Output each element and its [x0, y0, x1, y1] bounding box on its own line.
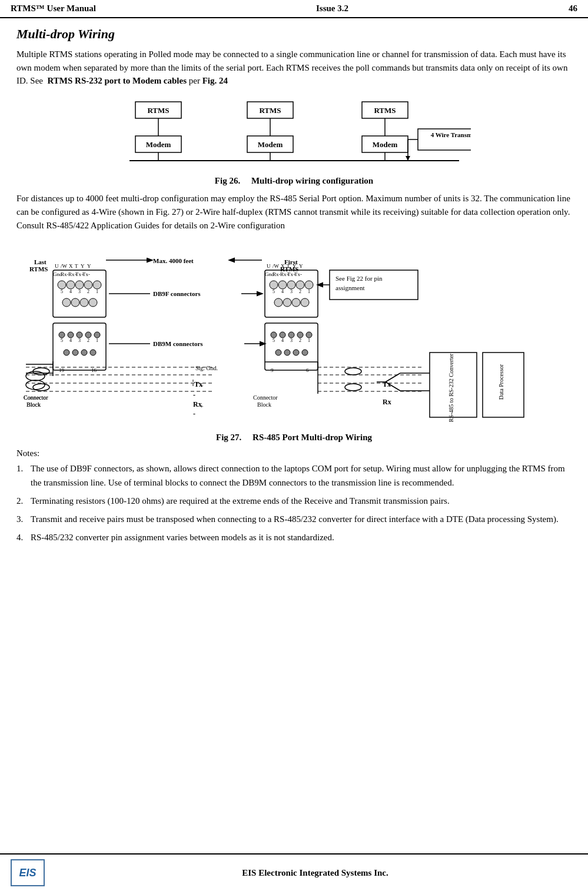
svg-point-53: [77, 332, 82, 338]
page-content: Multi-drop Wiring Multiple RTMS stations…: [0, 18, 588, 556]
footer-text: EIS Electronic Integrated Systems Inc.: [53, 868, 577, 878]
fig27-svg: U /W X T Y Y Gnd Rx- Rx+ Tx+ Tx- 5 4 3 2…: [18, 241, 571, 429]
svg-text:Rx: Rx: [383, 398, 391, 406]
svg-text:RS-485 to RS-232 Converter: RS-485 to RS-232 Converter: [448, 353, 454, 422]
svg-point-37: [67, 281, 75, 289]
svg-point-49: [89, 298, 97, 307]
svg-point-39: [84, 281, 92, 289]
svg-point-62: [72, 350, 78, 355]
note-item-2: 2. Terminating resistors (100-120 ohms) …: [16, 494, 572, 508]
svg-text:RTMS: RTMS: [374, 106, 396, 115]
svg-text:Sig. Gnd.: Sig. Gnd.: [195, 365, 218, 371]
svg-point-55: [94, 332, 100, 338]
note-text-4: RS-485/232 converter pin assignment vari…: [31, 533, 334, 542]
svg-point-91: [287, 281, 295, 289]
svg-text:2: 2: [299, 338, 301, 343]
svg-text:-: -: [193, 410, 195, 418]
note-item-4: 4. RS-485/232 converter pin assignment v…: [16, 531, 572, 544]
svg-point-112: [306, 332, 312, 338]
svg-text:3: 3: [78, 289, 81, 294]
svg-text:RTMS: RTMS: [280, 265, 298, 272]
fig26-caption: Fig 26. Multi-drop wiring configuration: [16, 176, 572, 186]
svg-point-100: [283, 298, 291, 307]
svg-text:RTMS: RTMS: [29, 265, 48, 272]
header-left: RTMS™ User Manual: [11, 4, 96, 14]
note-text-3: Transmit and receive pairs must be trans…: [31, 514, 559, 524]
svg-point-36: [58, 281, 66, 289]
svg-text:First: First: [284, 258, 298, 265]
svg-text:2: 2: [87, 289, 89, 294]
fig26-svg: RTMS RTMS RTMS Modem Modem Modem: [118, 96, 471, 172]
svg-point-111: [297, 332, 303, 338]
svg-text:Last: Last: [34, 258, 46, 265]
svg-point-109: [280, 332, 285, 338]
svg-text:5: 5: [61, 289, 63, 294]
intro-paragraph: Multiple RTMS stations operating in Poll…: [16, 48, 572, 88]
svg-text:/W: /W: [273, 263, 280, 269]
note-num-3: 3.: [16, 513, 23, 526]
svg-text:T: T: [75, 263, 78, 269]
svg-text:1: 1: [308, 338, 310, 343]
svg-text:See Fig 22 for pin: See Fig 22 for pin: [335, 275, 383, 282]
svg-point-102: [301, 298, 309, 307]
svg-text:/W: /W: [61, 263, 68, 269]
fig27-caption: Fig 27. RS-485 Port Multi-drop Wiring: [16, 433, 572, 443]
notes-section: Notes: 1. The use of DB9F connectors, as…: [16, 448, 572, 544]
page-header: RTMS™ User Manual Issue 3.2 46: [0, 0, 588, 18]
svg-point-99: [274, 298, 283, 307]
section-title: Multi-drop Wiring: [16, 26, 572, 42]
note-num-1: 1.: [16, 462, 23, 476]
notes-title: Notes:: [16, 448, 572, 458]
svg-text:Tx-: Tx-: [82, 271, 90, 277]
header-right: 46: [569, 4, 577, 14]
svg-text:1: 1: [308, 289, 310, 294]
svg-point-52: [68, 332, 74, 338]
svg-text:Modem: Modem: [257, 140, 283, 149]
svg-marker-23: [406, 156, 410, 161]
svg-point-121: [302, 350, 308, 355]
svg-text:Block: Block: [26, 401, 41, 408]
svg-point-63: [81, 350, 87, 355]
fig27-text: RS-485 Port Multi-drop Wiring: [253, 433, 372, 442]
note-item-1: 1. The use of DB9F connectors, as shown,…: [16, 462, 572, 490]
svg-text:16: 16: [91, 367, 97, 373]
header-center: Issue 3.2: [316, 4, 348, 14]
svg-point-90: [278, 281, 287, 289]
svg-point-47: [71, 298, 79, 307]
svg-text:RTMS: RTMS: [147, 106, 169, 115]
svg-text:Rx-: Rx-: [273, 271, 281, 277]
svg-text:3: 3: [290, 338, 293, 343]
svg-line-161: [386, 373, 400, 382]
page-footer: EIS EIS Electronic Integrated Systems In…: [0, 853, 588, 891]
svg-point-61: [64, 350, 69, 355]
svg-point-150: [345, 384, 361, 391]
svg-text:Y: Y: [81, 263, 85, 269]
svg-text:6: 6: [306, 367, 309, 373]
svg-point-108: [271, 332, 277, 338]
svg-text:5: 5: [273, 289, 275, 294]
svg-text:5: 5: [61, 338, 63, 343]
note-item-3: 3. Transmit and receive pairs must be tr…: [16, 513, 572, 526]
svg-point-48: [80, 298, 88, 307]
fig26-diagram: RTMS RTMS RTMS Modem Modem Modem: [16, 96, 572, 172]
svg-point-120: [293, 350, 299, 355]
svg-point-46: [62, 298, 71, 307]
inline-bold: RTMS RS-232 port to Modem cables: [48, 76, 187, 85]
svg-text:RTMS: RTMS: [259, 106, 281, 115]
svg-text:Connector: Connector: [24, 394, 48, 401]
svg-text:9: 9: [271, 367, 274, 373]
svg-point-101: [292, 298, 300, 307]
svg-point-38: [75, 281, 84, 289]
svg-text:2: 2: [299, 289, 301, 294]
fig-ref-24: Fig. 24: [202, 76, 228, 85]
note-text-1: The use of DB9F connectors, as shown, al…: [31, 464, 565, 487]
svg-point-40: [93, 281, 101, 289]
svg-point-51: [59, 332, 65, 338]
footer-logo: EIS: [11, 859, 45, 886]
svg-text:Modem: Modem: [372, 140, 397, 149]
svg-text:DB9F connectors: DB9F connectors: [153, 290, 201, 297]
svg-text:U: U: [267, 263, 271, 269]
svg-rect-50: [53, 323, 106, 370]
note-num-4: 4.: [16, 531, 23, 544]
svg-text:Max. 4000 feet: Max. 4000 feet: [153, 257, 194, 264]
